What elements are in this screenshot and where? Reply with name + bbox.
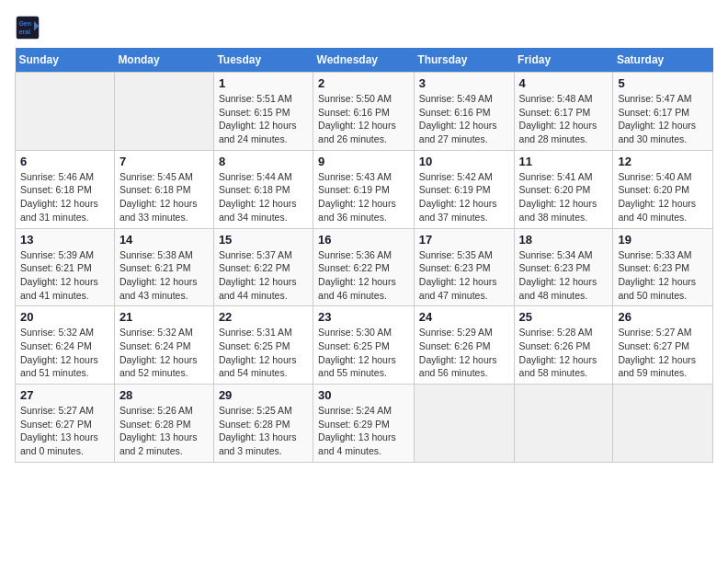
day-info: Sunrise: 5:33 AM Sunset: 6:23 PM Dayligh… bbox=[618, 248, 708, 303]
day-number: 25 bbox=[519, 310, 609, 324]
calendar-cell: 17Sunrise: 5:35 AM Sunset: 6:23 PM Dayli… bbox=[414, 228, 514, 306]
day-number: 27 bbox=[20, 388, 109, 402]
calendar-cell: 22Sunrise: 5:31 AM Sunset: 6:25 PM Dayli… bbox=[213, 306, 313, 385]
calendar-cell: 3Sunrise: 5:49 AM Sunset: 6:16 PM Daylig… bbox=[414, 73, 514, 151]
calendar-cell: 19Sunrise: 5:33 AM Sunset: 6:23 PM Dayli… bbox=[613, 228, 713, 306]
day-info: Sunrise: 5:27 AM Sunset: 6:27 PM Dayligh… bbox=[20, 404, 109, 458]
calendar-cell: 14Sunrise: 5:38 AM Sunset: 6:21 PM Dayli… bbox=[114, 228, 213, 306]
calendar-week-row: 1Sunrise: 5:51 AM Sunset: 6:15 PM Daylig… bbox=[16, 73, 713, 151]
day-info: Sunrise: 5:27 AM Sunset: 6:27 PM Dayligh… bbox=[618, 326, 708, 380]
day-number: 23 bbox=[318, 310, 409, 324]
day-number: 19 bbox=[618, 233, 708, 247]
logo: Gen eral bbox=[15, 15, 44, 40]
calendar-cell: 2Sunrise: 5:50 AM Sunset: 6:16 PM Daylig… bbox=[313, 73, 415, 151]
calendar-day-header: Tuesday bbox=[213, 48, 313, 73]
day-info: Sunrise: 5:38 AM Sunset: 6:21 PM Dayligh… bbox=[119, 248, 209, 303]
page-header: Gen eral bbox=[15, 15, 713, 40]
day-number: 14 bbox=[119, 233, 209, 247]
day-number: 28 bbox=[119, 388, 209, 402]
calendar-cell: 18Sunrise: 5:34 AM Sunset: 6:23 PM Dayli… bbox=[514, 228, 613, 306]
calendar-cell: 8Sunrise: 5:44 AM Sunset: 6:18 PM Daylig… bbox=[213, 150, 313, 228]
calendar-cell: 29Sunrise: 5:25 AM Sunset: 6:28 PM Dayli… bbox=[213, 385, 313, 463]
calendar-cell: 9Sunrise: 5:43 AM Sunset: 6:19 PM Daylig… bbox=[313, 150, 415, 228]
day-number: 8 bbox=[219, 155, 308, 168]
day-number: 20 bbox=[20, 310, 109, 324]
calendar-cell: 27Sunrise: 5:27 AM Sunset: 6:27 PM Dayli… bbox=[16, 385, 115, 463]
day-number: 5 bbox=[618, 76, 708, 90]
day-info: Sunrise: 5:32 AM Sunset: 6:24 PM Dayligh… bbox=[119, 326, 209, 380]
day-info: Sunrise: 5:46 AM Sunset: 6:18 PM Dayligh… bbox=[20, 170, 109, 224]
calendar-day-header: Thursday bbox=[414, 48, 514, 73]
day-number: 16 bbox=[318, 233, 409, 247]
calendar-cell: 4Sunrise: 5:48 AM Sunset: 6:17 PM Daylig… bbox=[514, 73, 613, 151]
day-info: Sunrise: 5:32 AM Sunset: 6:24 PM Dayligh… bbox=[20, 326, 109, 380]
day-number: 4 bbox=[519, 76, 609, 90]
day-number: 26 bbox=[618, 310, 708, 324]
day-number: 29 bbox=[219, 388, 308, 402]
calendar-cell: 16Sunrise: 5:36 AM Sunset: 6:22 PM Dayli… bbox=[313, 228, 415, 306]
calendar-cell: 24Sunrise: 5:29 AM Sunset: 6:26 PM Dayli… bbox=[414, 306, 514, 385]
calendar-day-header: Friday bbox=[514, 48, 613, 73]
logo-icon: Gen eral bbox=[15, 15, 40, 40]
day-number: 17 bbox=[419, 233, 509, 247]
calendar-cell: 28Sunrise: 5:26 AM Sunset: 6:28 PM Dayli… bbox=[114, 385, 213, 463]
calendar-cell: 1Sunrise: 5:51 AM Sunset: 6:15 PM Daylig… bbox=[213, 73, 313, 151]
day-info: Sunrise: 5:45 AM Sunset: 6:18 PM Dayligh… bbox=[119, 170, 209, 224]
calendar-cell: 5Sunrise: 5:47 AM Sunset: 6:17 PM Daylig… bbox=[613, 73, 713, 151]
day-info: Sunrise: 5:30 AM Sunset: 6:25 PM Dayligh… bbox=[318, 326, 409, 380]
day-number: 18 bbox=[519, 233, 609, 247]
day-info: Sunrise: 5:50 AM Sunset: 6:16 PM Dayligh… bbox=[318, 92, 409, 146]
calendar-cell: 26Sunrise: 5:27 AM Sunset: 6:27 PM Dayli… bbox=[613, 306, 713, 385]
calendar-week-row: 20Sunrise: 5:32 AM Sunset: 6:24 PM Dayli… bbox=[16, 306, 713, 385]
calendar-cell: 20Sunrise: 5:32 AM Sunset: 6:24 PM Dayli… bbox=[16, 306, 115, 385]
day-number: 13 bbox=[20, 233, 109, 247]
calendar-cell: 23Sunrise: 5:30 AM Sunset: 6:25 PM Dayli… bbox=[313, 306, 415, 385]
day-number: 10 bbox=[419, 155, 509, 168]
day-info: Sunrise: 5:26 AM Sunset: 6:28 PM Dayligh… bbox=[119, 404, 209, 458]
day-number: 30 bbox=[318, 388, 409, 402]
day-info: Sunrise: 5:24 AM Sunset: 6:29 PM Dayligh… bbox=[318, 404, 409, 458]
calendar-day-header: Saturday bbox=[613, 48, 713, 73]
calendar-day-header: Wednesday bbox=[313, 48, 415, 73]
day-info: Sunrise: 5:49 AM Sunset: 6:16 PM Dayligh… bbox=[419, 92, 509, 146]
calendar-cell bbox=[16, 73, 115, 151]
calendar-cell: 30Sunrise: 5:24 AM Sunset: 6:29 PM Dayli… bbox=[313, 385, 415, 463]
calendar-day-header: Sunday bbox=[16, 48, 115, 73]
day-info: Sunrise: 5:35 AM Sunset: 6:23 PM Dayligh… bbox=[419, 248, 509, 303]
day-info: Sunrise: 5:48 AM Sunset: 6:17 PM Dayligh… bbox=[519, 92, 609, 146]
day-number: 7 bbox=[119, 155, 209, 168]
day-number: 2 bbox=[318, 76, 409, 90]
calendar-cell: 15Sunrise: 5:37 AM Sunset: 6:22 PM Dayli… bbox=[213, 228, 313, 306]
day-info: Sunrise: 5:47 AM Sunset: 6:17 PM Dayligh… bbox=[618, 92, 708, 146]
calendar-day-header: Monday bbox=[114, 48, 213, 73]
calendar-header-row: SundayMondayTuesdayWednesdayThursdayFrid… bbox=[16, 48, 713, 73]
calendar-cell: 13Sunrise: 5:39 AM Sunset: 6:21 PM Dayli… bbox=[16, 228, 115, 306]
day-info: Sunrise: 5:40 AM Sunset: 6:20 PM Dayligh… bbox=[618, 170, 708, 224]
calendar-week-row: 6Sunrise: 5:46 AM Sunset: 6:18 PM Daylig… bbox=[16, 150, 713, 228]
calendar-cell: 12Sunrise: 5:40 AM Sunset: 6:20 PM Dayli… bbox=[613, 150, 713, 228]
day-info: Sunrise: 5:44 AM Sunset: 6:18 PM Dayligh… bbox=[219, 170, 308, 224]
day-number: 6 bbox=[20, 155, 109, 168]
day-number: 3 bbox=[419, 76, 509, 90]
calendar-cell bbox=[514, 385, 613, 463]
day-number: 12 bbox=[618, 155, 708, 168]
calendar-week-row: 27Sunrise: 5:27 AM Sunset: 6:27 PM Dayli… bbox=[16, 385, 713, 463]
day-info: Sunrise: 5:31 AM Sunset: 6:25 PM Dayligh… bbox=[219, 326, 308, 380]
day-info: Sunrise: 5:43 AM Sunset: 6:19 PM Dayligh… bbox=[318, 170, 409, 224]
day-number: 22 bbox=[219, 310, 308, 324]
day-info: Sunrise: 5:41 AM Sunset: 6:20 PM Dayligh… bbox=[519, 170, 609, 224]
svg-text:eral: eral bbox=[18, 29, 30, 35]
day-info: Sunrise: 5:42 AM Sunset: 6:19 PM Dayligh… bbox=[419, 170, 509, 224]
day-info: Sunrise: 5:37 AM Sunset: 6:22 PM Dayligh… bbox=[219, 248, 308, 303]
calendar-cell: 7Sunrise: 5:45 AM Sunset: 6:18 PM Daylig… bbox=[114, 150, 213, 228]
day-number: 9 bbox=[318, 155, 409, 168]
calendar-cell bbox=[114, 73, 213, 151]
calendar-cell: 21Sunrise: 5:32 AM Sunset: 6:24 PM Dayli… bbox=[114, 306, 213, 385]
calendar-week-row: 13Sunrise: 5:39 AM Sunset: 6:21 PM Dayli… bbox=[16, 228, 713, 306]
day-info: Sunrise: 5:39 AM Sunset: 6:21 PM Dayligh… bbox=[20, 248, 109, 303]
day-number: 11 bbox=[519, 155, 609, 168]
calendar-cell bbox=[613, 385, 713, 463]
calendar-cell bbox=[414, 385, 514, 463]
day-info: Sunrise: 5:25 AM Sunset: 6:28 PM Dayligh… bbox=[219, 404, 308, 458]
day-info: Sunrise: 5:28 AM Sunset: 6:26 PM Dayligh… bbox=[519, 326, 609, 380]
